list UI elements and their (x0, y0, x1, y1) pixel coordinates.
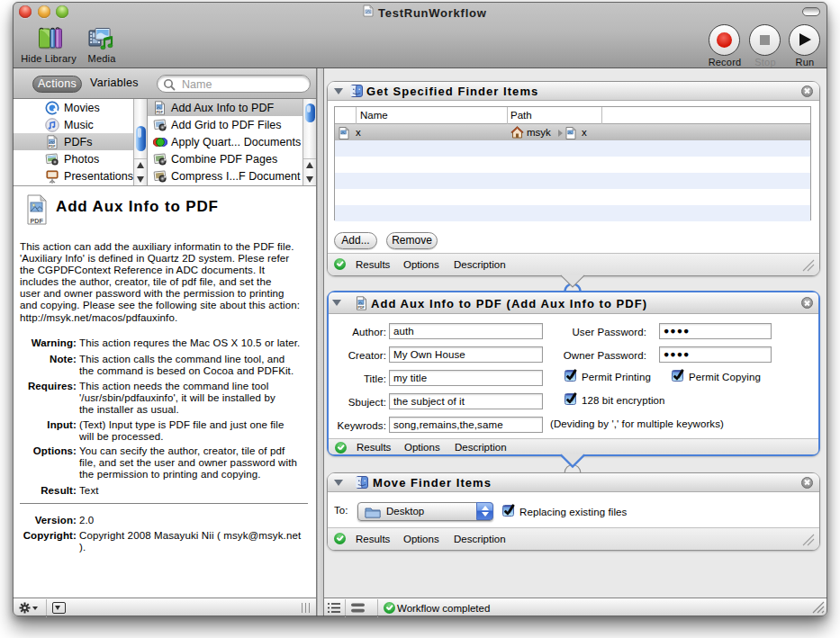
svg-text:PDF: PDF (157, 111, 164, 114)
svg-text:PDF: PDF (31, 217, 44, 225)
svg-text:PDF: PDF (49, 145, 56, 148)
svg-text:PDF: PDF (358, 306, 366, 310)
